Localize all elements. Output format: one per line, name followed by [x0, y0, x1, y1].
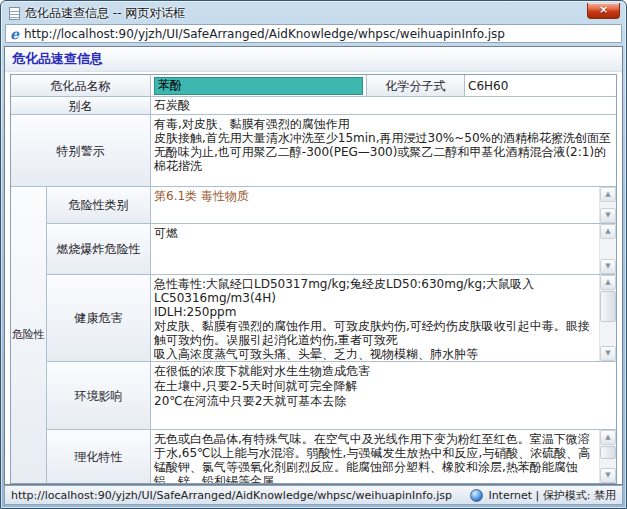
scroll-down-icon[interactable]: ▼ — [600, 468, 616, 483]
address-url: http://localhost:90/yjzh/UI/SafeArranged… — [24, 27, 505, 41]
chemical-info-table: 危化品名称 化学分子式 C6H60 别名 石炭酸 特别警示 有毒,对皮肤、黏膜有… — [10, 74, 617, 484]
status-url: http://localhost:90/yjzh/UI/SafeArranged… — [11, 489, 462, 502]
name-label: 危化品名称 — [11, 75, 151, 97]
flammability-scrollbar[interactable]: ▲ ▼ — [599, 224, 616, 274]
security-zone-label: Internet | 保护模式: 禁用 — [488, 488, 616, 503]
hazard-group-label: 危险性 — [11, 187, 47, 483]
page-title: 危化品速查信息 — [5, 47, 622, 72]
table-row-flammability: 燃烧爆炸危险性 可燃 ▲ ▼ — [47, 224, 616, 275]
health-label: 健康危害 — [47, 275, 151, 362]
flammability-cell: 可燃 ▲ ▼ — [151, 224, 616, 275]
alias-value: 石炭酸 — [151, 97, 616, 115]
physchem-scrollbar[interactable]: ▲ ▼ — [599, 430, 616, 483]
chemical-name-input[interactable] — [154, 77, 363, 95]
environment-cell: 在很低的浓度下就能对水生生物造成危害 在土壤中,只要2-5天时间就可完全降解 2… — [151, 362, 616, 430]
warning-value: 有毒,对皮肤、黏膜有强烈的腐蚀作用 皮肤接触,首先用大量清水冲洗至少15min,… — [154, 117, 613, 173]
window-title: 危化品速查信息 -- 网页对话框 — [25, 5, 582, 22]
health-value: 急性毒性:大鼠经口LD50317mg/kg;兔经皮LD50:630mg/kg;大… — [154, 277, 597, 361]
scroll-up-icon[interactable]: ▲ — [600, 275, 616, 290]
scroll-down-icon[interactable]: ▼ — [600, 208, 616, 223]
scroll-thumb[interactable] — [600, 291, 616, 322]
physchem-label: 理化特性 — [47, 430, 151, 483]
table-row-environment: 环境影响 在很低的浓度下就能对水生生物造成危害 在土壤中,只要2-5天时间就可完… — [47, 362, 616, 430]
formula-label: 化学分子式 — [367, 75, 465, 97]
scroll-up-icon[interactable]: ▲ — [600, 187, 616, 202]
scroll-thumb[interactable] — [600, 446, 616, 459]
table-row-warning: 特别警示 有毒,对皮肤、黏膜有强烈的腐蚀作用 皮肤接触,首先用大量清水冲洗至少1… — [11, 115, 616, 187]
table-row-health: 健康危害 急性毒性:大鼠经口LD50317mg/kg;兔经皮LD50:630mg… — [47, 275, 616, 362]
alias-label: 别名 — [11, 97, 151, 115]
name-cell — [151, 75, 367, 97]
flammability-value: 可燃 — [154, 226, 597, 241]
formula-value: C6H60 — [465, 75, 616, 97]
address-bar: e http://localhost:90/yjzh/UI/SafeArrang… — [4, 22, 623, 46]
title-bar[interactable]: 危化品速查信息 -- 网页对话框 × — [4, 1, 623, 22]
hazard-class-cell: 第6.1类 毒性物质 ▲ ▼ — [151, 187, 616, 224]
warning-label: 特别警示 — [11, 115, 151, 187]
environment-label: 环境影响 — [47, 362, 151, 430]
health-scrollbar[interactable]: ▲ ▼ — [599, 275, 616, 361]
hazard-class-value: 第6.1类 毒性物质 — [154, 189, 597, 204]
table-row-name: 危化品名称 化学分子式 C6H60 — [11, 75, 616, 97]
dialog-window: 危化品速查信息 -- 网页对话框 × e http://localhost:90… — [0, 0, 627, 509]
security-zone: Internet | 保护模式: 禁用 — [470, 488, 616, 503]
address-field: e http://localhost:90/yjzh/UI/SafeArrang… — [5, 24, 622, 43]
environment-value: 在很低的浓度下就能对水生生物造成危害 在土壤中,只要2-5天时间就可完全降解 2… — [154, 364, 613, 409]
page-content: 危化品速查信息 危化品名称 化学分子式 C6H60 别名 石炭酸 特别警示 有 — [4, 46, 623, 485]
physchem-cell: 无色或白色晶体,有特殊气味。在空气中及光线作用下变为粉红至红色。室温下微溶于水,… — [151, 430, 616, 483]
physchem-value: 无色或白色晶体,有特殊气味。在空气中及光线作用下变为粉红至红色。室温下微溶于水,… — [154, 432, 597, 483]
table-row-hazard-class: 危险性类别 第6.1类 毒性物质 ▲ ▼ — [47, 187, 616, 224]
warning-cell: 有毒,对皮肤、黏膜有强烈的腐蚀作用 皮肤接触,首先用大量清水冲洗至少15min,… — [151, 115, 616, 187]
internet-globe-icon — [470, 489, 483, 502]
hazard-rows: 危险性类别 第6.1类 毒性物质 ▲ ▼ 燃烧爆炸危险性 — [47, 187, 616, 483]
scroll-track[interactable] — [600, 290, 616, 346]
hazard-section: 危险性 危险性类别 第6.1类 毒性物质 ▲ ▼ — [11, 187, 616, 483]
health-cell: 急性毒性:大鼠经口LD50317mg/kg;兔经皮LD50:630mg/kg;大… — [151, 275, 616, 362]
hazard-class-label: 危险性类别 — [47, 187, 151, 224]
status-bar: http://localhost:90/yjzh/UI/SafeArranged… — [4, 485, 623, 505]
scroll-down-icon[interactable]: ▼ — [600, 346, 616, 361]
scroll-up-icon[interactable]: ▲ — [600, 430, 616, 445]
ie-icon: e — [10, 27, 19, 41]
close-button[interactable]: × — [587, 3, 620, 19]
scroll-track[interactable] — [600, 445, 616, 468]
flammability-label: 燃烧爆炸危险性 — [47, 224, 151, 275]
scroll-track[interactable] — [600, 202, 616, 208]
scroll-up-icon[interactable]: ▲ — [600, 224, 616, 239]
dialog-page-icon — [9, 7, 20, 20]
hazard-class-scrollbar[interactable]: ▲ ▼ — [599, 187, 616, 223]
scroll-track[interactable] — [600, 239, 616, 259]
scroll-down-icon[interactable]: ▼ — [600, 259, 616, 274]
table-row-physchem: 理化特性 无色或白色晶体,有特殊气味。在空气中及光线作用下变为粉红至红色。室温下… — [47, 430, 616, 483]
table-row-alias: 别名 石炭酸 — [11, 97, 616, 115]
